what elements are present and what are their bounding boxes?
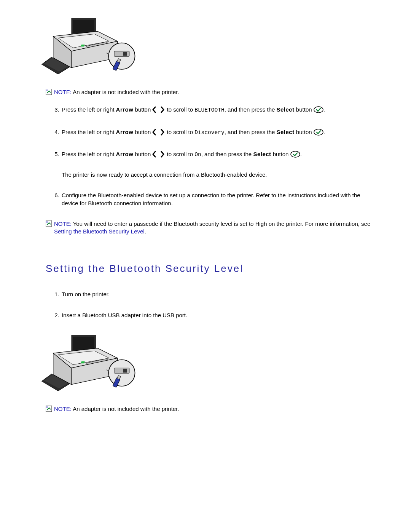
link-setting-bluetooth-security-level[interactable]: Setting the Bluetooth Security Level bbox=[54, 228, 145, 235]
note-icon bbox=[46, 220, 52, 228]
step-b1: Turn on the printer. bbox=[61, 291, 373, 298]
arrow-buttons-icon bbox=[152, 106, 165, 115]
note-adapter-not-included: NOTE: An adapter is not included with th… bbox=[46, 88, 388, 97]
note-passcode: NOTE: You will need to enter a passcode … bbox=[46, 220, 388, 236]
note-text: An adapter is not included with the prin… bbox=[72, 406, 179, 412]
step-3: Press the left or right Arrow button to … bbox=[61, 106, 373, 115]
note-label: NOTE: bbox=[54, 220, 72, 227]
select-button-icon bbox=[314, 129, 323, 137]
note-text: An adapter is not included with the prin… bbox=[72, 89, 179, 95]
steps-list-top: Press the left or right Arrow button to … bbox=[50, 106, 388, 207]
select-button-icon bbox=[290, 151, 300, 160]
document-page: NOTE: An adapter is not included with th… bbox=[0, 0, 411, 532]
note-adapter-not-included: NOTE: An adapter is not included with th… bbox=[46, 405, 388, 414]
step-5: Press the left or right Arrow button to … bbox=[61, 150, 373, 179]
step-5-continuation: The printer is now ready to accept a con… bbox=[62, 171, 373, 179]
arrow-buttons-icon bbox=[152, 151, 165, 160]
printer-with-adapter-figure bbox=[40, 15, 139, 84]
step-4: Press the left or right Arrow button to … bbox=[61, 128, 373, 137]
step-6: Configure the Bluetooth-enabled device t… bbox=[61, 192, 373, 207]
heading-setting-bluetooth-security-level: Setting the Bluetooth Security Level bbox=[46, 262, 388, 275]
steps-list-bottom: Turn on the printer. Insert a Bluetooth … bbox=[50, 291, 388, 319]
note-icon bbox=[46, 89, 52, 97]
note-text: You will need to enter a passcode if the… bbox=[72, 220, 370, 227]
printer-with-adapter-figure bbox=[40, 332, 139, 401]
note-icon bbox=[46, 406, 52, 414]
step-b2: Insert a Bluetooth USB adapter into the … bbox=[61, 312, 373, 319]
note-label: NOTE: bbox=[54, 89, 72, 95]
note-label: NOTE: bbox=[54, 406, 72, 412]
arrow-buttons-icon bbox=[152, 129, 165, 137]
select-button-icon bbox=[314, 106, 323, 115]
